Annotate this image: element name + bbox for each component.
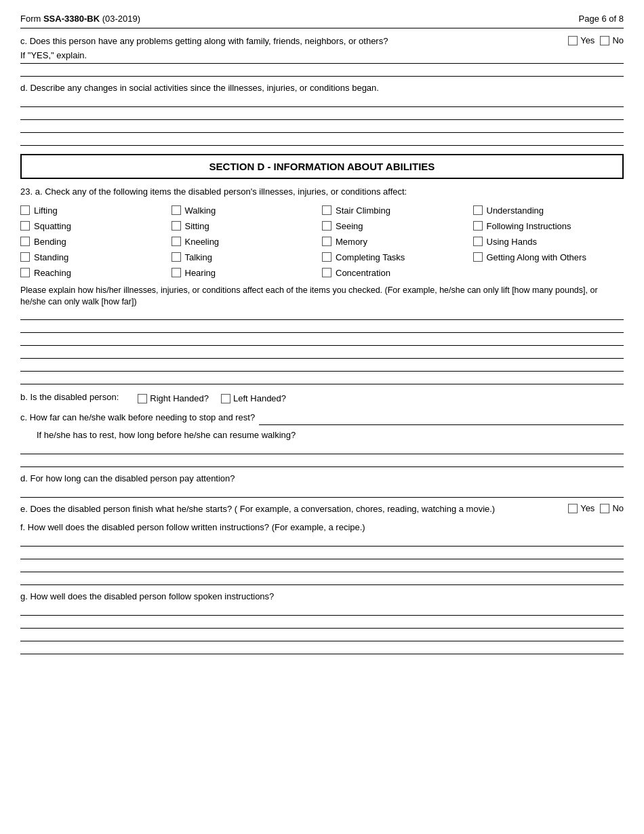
checkbox-sitting[interactable]: [172, 221, 181, 231]
explain-text: Please explain how his/her illnesses, in…: [20, 285, 624, 309]
ability-reaching[interactable]: Reaching: [20, 266, 172, 279]
label-seeing: Seeing: [336, 221, 363, 231]
ability-stair-climbing[interactable]: Stair Climbing: [322, 204, 473, 217]
label-stair-climbing: Stair Climbing: [336, 205, 390, 216]
ability-getting-along[interactable]: Getting Along with Others: [473, 251, 624, 264]
ability-bending[interactable]: Bending: [20, 235, 172, 248]
checkbox-right-handed[interactable]: [138, 394, 147, 403]
checkbox-using-hands[interactable]: [473, 237, 483, 246]
ability-kneeling[interactable]: Kneeling: [172, 235, 323, 248]
checkbox-following-instructions[interactable]: [473, 221, 483, 231]
checkbox-reaching[interactable]: [20, 268, 30, 277]
question-g-block: g. How well does the disabled person fol…: [20, 591, 624, 654]
abilities-grid: Lifting Walking Stair Climbing Understan…: [20, 204, 624, 279]
checkbox-bending[interactable]: [20, 237, 30, 246]
label-sitting: Sitting: [185, 221, 209, 231]
checkbox-lifting[interactable]: [20, 205, 30, 215]
ability-completing-tasks[interactable]: Completing Tasks: [322, 251, 473, 264]
ability-empty: [473, 266, 624, 279]
question-f-block: f. How well does the disabled person fol…: [20, 521, 624, 585]
question-d-text: d. Describe any changes in social activi…: [20, 82, 624, 94]
ability-squatting[interactable]: Squatting: [20, 220, 172, 233]
ability-lifting[interactable]: Lifting: [20, 204, 172, 217]
question-d2-block: d. For how long can the disabled person …: [20, 473, 624, 498]
ability-hearing[interactable]: Hearing: [172, 266, 323, 279]
form-header: Form SSA-3380-BK (03-2019) Page 6 of 8: [20, 14, 624, 28]
yes-checkbox-e[interactable]: [568, 504, 578, 513]
checkbox-seeing[interactable]: [322, 221, 331, 231]
checkbox-talking[interactable]: [172, 252, 181, 262]
yes-checkbox-c[interactable]: [568, 36, 578, 45]
question-f-text: f. How well does the disabled person fol…: [20, 521, 624, 534]
ability-talking[interactable]: Talking: [172, 251, 323, 264]
yes-no-c: Yes No: [568, 35, 624, 45]
checkbox-stair-climbing[interactable]: [322, 205, 331, 215]
label-getting-along: Getting Along with Others: [487, 252, 586, 262]
checkbox-squatting[interactable]: [20, 221, 30, 231]
label-hearing: Hearing: [185, 268, 216, 278]
ability-memory[interactable]: Memory: [322, 235, 473, 248]
checkbox-understanding[interactable]: [473, 205, 483, 215]
ability-seeing[interactable]: Seeing: [322, 220, 473, 233]
yes-label-e: Yes: [580, 503, 595, 513]
no-checkbox-e[interactable]: [600, 504, 609, 513]
ability-walking[interactable]: Walking: [172, 204, 323, 217]
label-using-hands: Using Hands: [487, 237, 537, 247]
checkbox-memory[interactable]: [322, 237, 331, 246]
checkbox-completing-tasks[interactable]: [322, 252, 331, 262]
walk-distance-input[interactable]: [259, 413, 624, 425]
no-label-c: No: [612, 35, 624, 45]
label-reaching: Reaching: [34, 268, 71, 278]
yes-option-c[interactable]: Yes: [568, 35, 595, 45]
yes-option-e[interactable]: Yes: [568, 503, 595, 513]
no-checkbox-c[interactable]: [600, 36, 609, 45]
checkbox-kneeling[interactable]: [172, 237, 181, 246]
question-d-block: d. Describe any changes in social activi…: [20, 82, 624, 146]
question-23a-block: 23. a. Check any of the following items …: [20, 186, 624, 384]
question-c-block: c. Does this person have any problems ge…: [20, 35, 624, 77]
yes-label-c: Yes: [580, 35, 595, 45]
question-e-text: e. Does the disabled person finish what …: [20, 503, 561, 515]
question-e-block: e. Does the disabled person finish what …: [20, 503, 624, 515]
label-lifting: Lifting: [34, 205, 58, 216]
no-option-e[interactable]: No: [600, 503, 624, 513]
label-talking: Talking: [185, 252, 212, 262]
form-date: (03-2019): [102, 14, 140, 24]
question-c-text: c. Does this person have any problems ge…: [20, 35, 561, 47]
question-d2-text: d. For how long can the disabled person …: [20, 473, 624, 485]
no-option-c[interactable]: No: [600, 35, 624, 45]
checkbox-walking[interactable]: [172, 205, 181, 215]
ability-following-instructions[interactable]: Following Instructions: [473, 220, 624, 233]
checkbox-left-handed[interactable]: [221, 394, 230, 403]
right-handed-option[interactable]: Right Handed?: [138, 393, 209, 403]
question-b-block: b. Is the disabled person: Right Handed?…: [20, 391, 624, 406]
ability-standing[interactable]: Standing: [20, 251, 172, 264]
label-standing: Standing: [34, 252, 68, 262]
ability-sitting[interactable]: Sitting: [172, 220, 323, 233]
checkbox-standing[interactable]: [20, 252, 30, 262]
question-g-text: g. How well does the disabled person fol…: [20, 591, 624, 603]
yes-no-e: Yes No: [568, 503, 624, 513]
checkbox-concentration[interactable]: [322, 268, 331, 277]
question-c2-sub-text: If he/she has to rest, how long before h…: [20, 429, 624, 441]
checkbox-getting-along[interactable]: [473, 252, 483, 262]
question-b-text: b. Is the disabled person:: [20, 391, 119, 403]
checkbox-hearing[interactable]: [172, 268, 181, 277]
no-label-e: No: [612, 503, 624, 513]
label-concentration: Concentration: [336, 268, 390, 278]
left-handed-label: Left Handed?: [233, 393, 286, 403]
label-memory: Memory: [336, 237, 367, 247]
question-23a-text: 23. a. Check any of the following items …: [20, 186, 624, 198]
label-understanding: Understanding: [487, 205, 544, 216]
ability-using-hands[interactable]: Using Hands: [473, 235, 624, 248]
question-c2-block: c. How far can he/she walk before needin…: [20, 412, 624, 467]
right-handed-label: Right Handed?: [150, 393, 209, 403]
label-bending: Bending: [34, 237, 66, 247]
ability-understanding[interactable]: Understanding: [473, 204, 624, 217]
ability-concentration[interactable]: Concentration: [322, 266, 473, 279]
label-completing-tasks: Completing Tasks: [336, 252, 405, 262]
left-handed-option[interactable]: Left Handed?: [221, 393, 286, 403]
section-d-header: SECTION D - INFORMATION ABOUT ABILITIES: [20, 154, 624, 179]
label-walking: Walking: [185, 205, 216, 216]
form-title: Form SSA-3380-BK (03-2019): [20, 14, 140, 24]
